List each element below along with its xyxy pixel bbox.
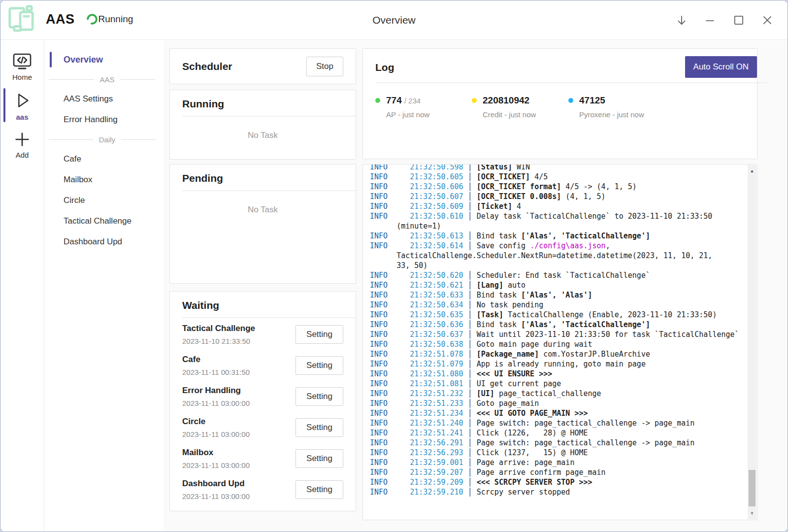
stat-total: / 234 (404, 97, 421, 105)
log-message: ['Alas', 'TacticalChallenge'] (521, 320, 650, 329)
log-level: INFO (370, 399, 388, 408)
log-separator: │ (463, 409, 477, 418)
sidebar-item-circle[interactable]: Circle (45, 190, 163, 211)
hide-window-button[interactable] (675, 14, 688, 27)
log-output-card[interactable]: INFO 21:32:50.598 │ [Status] WININFO 21:… (362, 164, 757, 520)
rail-item-aas[interactable]: aas (0, 85, 44, 125)
log-separator: │ (463, 379, 477, 388)
log-level: INFO (370, 478, 388, 487)
log-separator: │ (463, 212, 477, 221)
log-line: INFO 21:32:50.635 │ [Task] TacticalChall… (370, 310, 748, 320)
log-line: INFO 21:32:59.210 │ Scrcpy server stoppe… (370, 487, 748, 497)
log-timestamp: 21:32:50.610 (410, 212, 463, 221)
sidebar-item-overview[interactable]: Overview (45, 49, 163, 70)
sidebar-item-mailbox[interactable]: Mailbox (45, 169, 163, 190)
sidebar-item-aas-settings[interactable]: AAS Settings (45, 89, 163, 109)
waiting-task-name: Mailbox (182, 448, 250, 458)
log-message: <<< UI GOTO PAGE_MAIN >>> (477, 409, 588, 418)
log-message: Page switch: page_tactical_challenge -> … (477, 419, 695, 428)
log-message: WIN (512, 165, 530, 171)
log-scroll-area[interactable]: INFO 21:32:50.598 │ [Status] WININFO 21:… (363, 165, 748, 520)
log-message: UI get current page (477, 379, 561, 388)
waiting-task-name: Dashboard Upd (182, 479, 250, 489)
log-separator: │ (463, 488, 477, 497)
sidebar-item-dashboard-upd[interactable]: Dashboard Upd (45, 232, 163, 252)
log-message: Save config (477, 241, 530, 250)
stat-label: Credit - just now (483, 110, 568, 119)
close-button[interactable] (761, 14, 774, 27)
log-line: INFO 21:32:51.233 │ Goto page_main (370, 399, 748, 408)
pending-title: Pending (182, 172, 343, 184)
log-timestamp: 21:32:59.001 (410, 458, 463, 467)
setting-button[interactable]: Setting (296, 418, 343, 437)
log-level: INFO (370, 419, 388, 428)
log-message: <<< SCRCPY SERVER STOP >>> (477, 478, 592, 487)
rail-item-home[interactable]: Home (0, 47, 44, 85)
setting-button[interactable]: Setting (296, 325, 343, 344)
nav-group-divider: Daily (45, 130, 163, 149)
log-message: ['Alas', 'TacticalChallenge'] (521, 232, 650, 240)
log-message: <<< UI ENSURE >>> (477, 369, 553, 378)
log-message: [OCR_TICKET format] (477, 182, 561, 191)
log-line: INFO 21:32:50.633 │ Bind task ['Alas', '… (370, 290, 748, 300)
stat-value: 220810942 (483, 95, 529, 106)
log-line: INFO 21:32:51.081 │ UI get current page (370, 379, 748, 389)
maximize-button[interactable] (732, 14, 745, 27)
log-level: INFO (370, 271, 388, 280)
scrollbar-thumb[interactable] (749, 470, 755, 506)
rail-item-label: Add (16, 151, 29, 159)
scroll-down-icon[interactable]: ▼ (748, 509, 756, 517)
main-content: Scheduler Stop Running No Task Pending N… (164, 40, 788, 532)
sidebar-item-tactical-challenge[interactable]: Tactical Challenge (45, 211, 163, 232)
stat-top: 47125 (568, 95, 665, 106)
stop-button[interactable]: Stop (306, 57, 343, 76)
log-separator: │ (463, 192, 477, 201)
log-level: INFO (370, 202, 388, 211)
log-message: [UI] (477, 389, 494, 398)
log-separator: │ (463, 448, 477, 457)
log-separator: │ (463, 360, 477, 368)
rail-item-label: aas (16, 113, 28, 121)
log-level: INFO (370, 350, 388, 359)
log-separator: │ (463, 320, 477, 329)
log-timestamp: 21:32:50.634 (410, 300, 463, 309)
scroll-up-icon[interactable]: ▲ (748, 167, 756, 175)
stat-top: 220810942 (472, 95, 568, 106)
log-level: INFO (370, 369, 388, 378)
divider (182, 317, 356, 318)
log-line: INFO 21:32:51.080 │ <<< UI ENSURE >>> (370, 369, 748, 379)
sidebar-item-cafe[interactable]: Cafe (45, 149, 163, 169)
log-timestamp: 21:32:50.606 (410, 182, 463, 191)
pending-empty-text: No Task (182, 205, 343, 215)
log-level: INFO (370, 232, 388, 240)
log-separator: │ (463, 369, 477, 378)
log-level: INFO (370, 458, 388, 467)
log-line: INFO 21:32:50.634 │ No task pending (370, 300, 748, 310)
setting-button[interactable]: Setting (296, 480, 343, 499)
log-timestamp: 21:32:50.638 (410, 340, 463, 349)
log-message: Click (1237, 15) @ HOME (477, 448, 588, 457)
log-message: [Ticket] (477, 202, 512, 211)
sidebar-item-error-handling[interactable]: Error Handling (45, 109, 163, 130)
waiting-task-info: Mailbox2023-11-11 03:00:00 (182, 448, 250, 469)
log-separator: │ (463, 429, 477, 437)
setting-button[interactable]: Setting (296, 356, 343, 375)
rail-item-label: Home (12, 73, 32, 81)
rail-item-add[interactable]: Add (0, 125, 44, 163)
waiting-task-name: Tactical Challenge (182, 324, 255, 333)
log-timestamp: 21:32:50.609 (410, 202, 463, 211)
minimize-button[interactable] (704, 14, 717, 27)
spinner-icon (86, 13, 98, 26)
log-message: 4/5 -> (4, 1, 5) (561, 182, 637, 191)
log-separator: │ (463, 232, 477, 240)
auto-scroll-button[interactable]: Auto Scroll ON (685, 56, 757, 78)
log-message: auto (503, 281, 525, 290)
setting-button[interactable]: Setting (296, 449, 343, 468)
log-timestamp: 21:32:51.079 (410, 360, 463, 368)
scheduler-card: Scheduler Stop (169, 48, 356, 84)
log-scrollbar[interactable]: ▲ ▼ (748, 165, 756, 519)
setting-button[interactable]: Setting (296, 387, 343, 406)
log-timestamp: 21:32:50.614 (410, 241, 463, 250)
waiting-task-row: Dashboard Upd2023-11-11 03:00:00Setting (182, 474, 343, 504)
waiting-list: Tactical Challenge2023-11-10 21:33:50Set… (182, 319, 343, 504)
